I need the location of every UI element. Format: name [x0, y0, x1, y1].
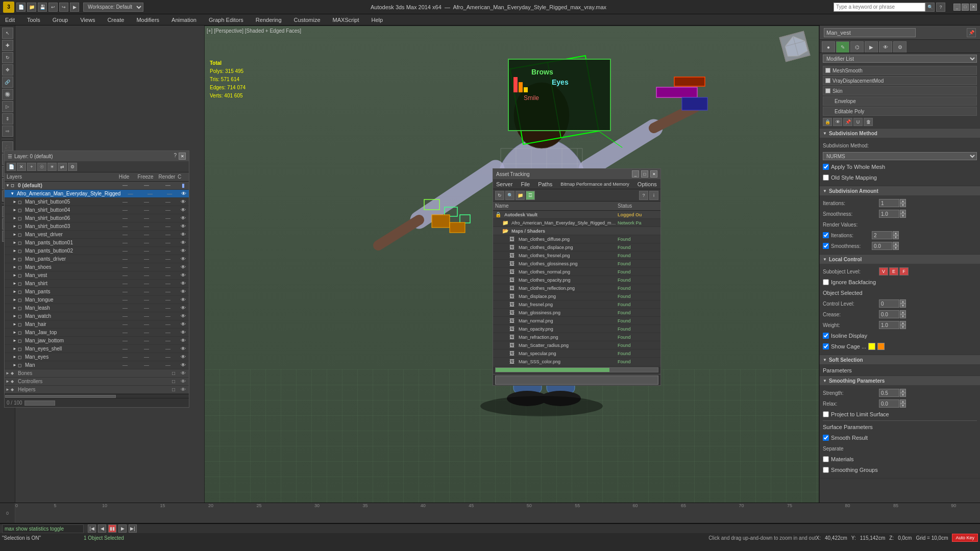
list-item[interactable]: ► ◻ Man_vest_driver — — — 👁: [5, 231, 189, 239]
align-tool[interactable]: ⇨: [2, 126, 13, 137]
menu-animation[interactable]: Animation: [169, 16, 199, 24]
tab-utilities[interactable]: ⚙: [893, 41, 906, 53]
asset-list[interactable]: 🔒 Autodesk Vault Logged Ou 📁 Afro_Americ…: [493, 211, 660, 366]
menu-help[interactable]: Help: [370, 16, 385, 24]
list-item[interactable]: ► ◻ Man_pants_button01 — — — 👁: [5, 239, 189, 247]
menu-tools[interactable]: Tools: [25, 16, 42, 24]
layer-new-btn[interactable]: 📄: [7, 163, 16, 171]
asset-close-btn[interactable]: ✕: [650, 170, 657, 178]
cl-down[interactable]: ▼: [900, 304, 906, 308]
project-limit-checkbox[interactable]: [823, 411, 829, 417]
smooth-result-checkbox[interactable]: [823, 435, 829, 441]
list-item[interactable]: ► ◻ Man_pants — — — 👁: [5, 288, 189, 296]
list-item[interactable]: ► ◻ Man_Jaw_top — — — 👁: [5, 329, 189, 337]
list-item[interactable]: 🔒 Autodesk Vault Logged Ou: [493, 211, 660, 219]
control-level-input[interactable]: [879, 299, 899, 308]
iterations-down[interactable]: ▼: [900, 203, 906, 207]
list-item[interactable]: ► ◆ Helpers □ 👁: [5, 386, 189, 394]
list-item[interactable]: ► ◻ Man_pants_button02 — — — 👁: [5, 247, 189, 255]
asset-restore-btn[interactable]: □: [641, 170, 648, 178]
tab-modify[interactable]: ✎: [836, 41, 849, 53]
object-name-input[interactable]: [824, 28, 916, 37]
asset-menu-server[interactable]: Server: [495, 181, 513, 187]
asset-help-btn[interactable]: ?: [639, 191, 648, 200]
search-input[interactable]: [834, 3, 925, 12]
anim-ctrl1[interactable]: |◀: [88, 524, 96, 533]
menu-modifiers[interactable]: Modifiers: [134, 16, 161, 24]
iterations-up[interactable]: ▲: [900, 199, 906, 203]
mod-show-btn[interactable]: 👁: [833, 118, 842, 126]
smoothing-params-header[interactable]: Smoothing Parameters: [820, 376, 980, 385]
render-iterations-input[interactable]: [872, 231, 892, 239]
list-item[interactable]: ► ◻ Man_vest — — — 👁: [5, 271, 189, 280]
r-iter-up[interactable]: ▲: [893, 231, 899, 235]
save-btn[interactable]: 💾: [38, 3, 47, 12]
relax-up[interactable]: ▲: [900, 399, 906, 404]
cage-color-swatch1[interactable]: [868, 343, 875, 350]
move-tool[interactable]: ✚: [2, 40, 13, 51]
relax-input[interactable]: [879, 399, 899, 408]
list-item[interactable]: ► ◻ Man_leash — — — 👁: [5, 304, 189, 312]
redo-btn[interactable]: ↪: [59, 3, 68, 12]
weight-up[interactable]: ▲: [900, 321, 906, 325]
r-smooth-down[interactable]: ▼: [893, 246, 899, 250]
asset-grid-btn[interactable]: ☲: [526, 191, 535, 200]
pin-btn[interactable]: 📌: [967, 28, 976, 37]
list-item[interactable]: 🖼 Man_Scatter_radius.png Found: [493, 341, 660, 349]
list-item[interactable]: ► ◻ Man_shirt_button04 — — — 👁: [5, 206, 189, 214]
modifier-checkbox[interactable]: [825, 88, 830, 93]
modifier-item-skin[interactable]: Skin: [823, 86, 977, 95]
method-dropdown[interactable]: NURMS: [823, 152, 977, 160]
list-item[interactable]: ► ◻ Man_watch — — — 👁: [5, 312, 189, 320]
auto-key-btn[interactable]: Auto Key: [952, 534, 978, 542]
apply-whole-checkbox[interactable]: [823, 164, 829, 170]
list-item[interactable]: ► ◻ Man_shoes — — — 👁: [5, 263, 189, 271]
menu-edit[interactable]: Edit: [3, 16, 17, 24]
smoothness-down[interactable]: ▼: [900, 214, 906, 218]
list-item[interactable]: ► ◻ Man_shirt — — — 👁: [5, 280, 189, 288]
asset-locate-btn[interactable]: 🔍: [505, 191, 514, 200]
asset-menu-bitmap[interactable]: Bitmap Performance and Memory: [559, 182, 630, 187]
str-up[interactable]: ▲: [900, 389, 906, 393]
soft-selection-header[interactable]: Soft Selection: [820, 355, 980, 364]
menu-views[interactable]: Views: [78, 16, 97, 24]
search-icon[interactable]: 🔍: [925, 3, 935, 12]
sublevel-btn-3[interactable]: F: [899, 267, 909, 276]
list-item[interactable]: ► ◻ Man_shirt_button05 — — — 👁: [5, 198, 189, 206]
asset-menu-paths[interactable]: Paths: [537, 181, 553, 187]
cage-color-swatch2[interactable]: [877, 343, 885, 350]
smoothness-input[interactable]: [879, 210, 899, 218]
asset-refresh-btn[interactable]: ↻: [495, 191, 504, 200]
new-btn[interactable]: 📄: [16, 3, 26, 12]
auto-key-label[interactable]: Auto Key: [952, 534, 978, 542]
render-btn[interactable]: ▶: [70, 3, 79, 12]
smoothness-up[interactable]: ▲: [900, 210, 906, 214]
list-item[interactable]: ► ◻ Man_jaw_bottom — — — 👁: [5, 337, 189, 345]
list-item[interactable]: 🖼 Man_SSS_color.png Found: [493, 358, 660, 366]
list-item[interactable]: ► ◻ Man_shirt_button03 — — — 👁: [5, 222, 189, 231]
isoline-checkbox[interactable]: [823, 333, 829, 339]
modifier-item-vray-disp[interactable]: VrayDisplacementMod: [823, 76, 977, 85]
list-item[interactable]: 🖼 Man_clothes_fresnel.png Found: [493, 252, 660, 260]
list-item[interactable]: 🖼 Man_opacity.png Found: [493, 325, 660, 333]
show-cage-checkbox[interactable]: [823, 343, 829, 349]
subdivision-amount-header[interactable]: Subdivision Amount: [820, 186, 980, 195]
smoothing-groups-checkbox[interactable]: [823, 467, 829, 473]
list-item[interactable]: ► ◆ Controllers □ 👁: [5, 378, 189, 386]
close-btn[interactable]: ✕: [970, 4, 977, 11]
list-item[interactable]: 🖼 Man_displace.png Found: [493, 292, 660, 300]
list-item[interactable]: 🖼 Man_clothes_opacity.png Found: [493, 276, 660, 284]
menu-maxscript[interactable]: MAXScript: [331, 16, 361, 24]
select-tool[interactable]: ↖: [2, 28, 13, 39]
relax-down[interactable]: ▼: [900, 404, 906, 408]
list-item[interactable]: ► ◻ Man_pants_driver — — — 👁: [5, 255, 189, 263]
weight-down[interactable]: ▼: [900, 325, 906, 329]
mod-remove-btn[interactable]: 🗑: [864, 118, 873, 126]
menu-group[interactable]: Group: [51, 16, 70, 24]
list-item[interactable]: ► ◻ Man — — — 👁: [5, 361, 189, 369]
str-down[interactable]: ▼: [900, 393, 906, 397]
materials-checkbox[interactable]: [823, 456, 829, 462]
list-item[interactable]: ▼ ◻ 0 (default) — — — ▮: [5, 182, 189, 190]
subdivision-method-header[interactable]: Subdivision Method: [820, 129, 980, 138]
panel-close-btn[interactable]: ✕: [179, 153, 186, 160]
